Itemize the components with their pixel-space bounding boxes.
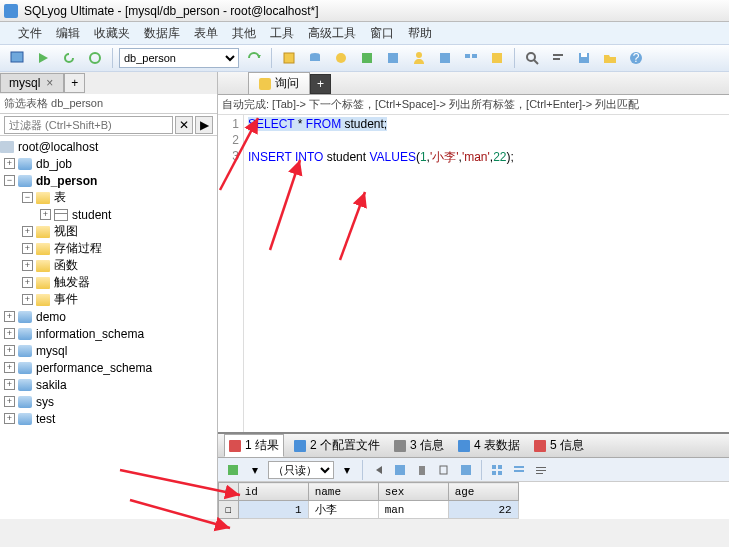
tree-folder-funcs[interactable]: +函数 (0, 257, 217, 274)
tree-db[interactable]: +sakila (0, 376, 217, 393)
query-builder-icon[interactable] (460, 47, 482, 69)
sync-icon[interactable] (278, 47, 300, 69)
execute-icon[interactable] (32, 47, 54, 69)
schedule-icon[interactable] (330, 47, 352, 69)
save-result-icon[interactable] (391, 461, 409, 479)
view-grid-icon[interactable] (488, 461, 506, 479)
schema-tree[interactable]: root@localhost +db_job −db_person −表 +st… (0, 136, 217, 519)
import-icon[interactable] (382, 47, 404, 69)
save-icon[interactable] (573, 47, 595, 69)
menu-help[interactable]: 帮助 (408, 25, 432, 42)
filter-input[interactable] (4, 116, 173, 134)
open-icon[interactable] (599, 47, 621, 69)
export-result-icon[interactable] (457, 461, 475, 479)
svg-rect-25 (419, 466, 425, 475)
svg-rect-20 (581, 53, 587, 57)
query-tab[interactable]: 询问 (248, 72, 310, 94)
menu-window[interactable]: 窗口 (370, 25, 394, 42)
result-tab-5[interactable]: 5 信息 (530, 435, 588, 456)
filter-apply-icon[interactable]: ▶ (195, 116, 213, 134)
edit-mode-select[interactable]: （只读） (268, 461, 334, 479)
database-select[interactable]: db_person (119, 48, 239, 68)
cell-age[interactable]: 22 (448, 501, 518, 519)
menu-favorites[interactable]: 收藏夹 (94, 25, 130, 42)
menu-tools[interactable]: 工具 (270, 25, 294, 42)
add-row-icon[interactable] (224, 461, 242, 479)
tree-folder-triggers[interactable]: +触发器 (0, 274, 217, 291)
help-icon[interactable]: ? (625, 47, 647, 69)
dropdown-icon[interactable]: ▾ (338, 461, 356, 479)
col-header-name[interactable]: name (308, 483, 378, 501)
cell-sex[interactable]: man (378, 501, 448, 519)
schema-designer-icon[interactable] (486, 47, 508, 69)
sql-editor[interactable]: 123 SELECT * FROM student; INSERT INTO s… (218, 115, 729, 432)
svg-rect-6 (310, 55, 320, 61)
export-icon[interactable] (356, 47, 378, 69)
svg-point-15 (527, 53, 535, 61)
tree-db[interactable]: +db_job (0, 155, 217, 172)
menu-file[interactable]: 文件 (18, 25, 42, 42)
refresh-db-icon[interactable] (84, 47, 106, 69)
cell-name[interactable]: 小李 (308, 501, 378, 519)
cell-id[interactable]: 1 (238, 501, 308, 519)
col-header-age[interactable]: age (448, 483, 518, 501)
toolbar-main: db_person ? (0, 44, 729, 72)
row-marker[interactable]: ☐ (219, 501, 239, 519)
tree-db[interactable]: +information_schema (0, 325, 217, 342)
tree-folder-events[interactable]: +事件 (0, 291, 217, 308)
view-text-icon[interactable] (532, 461, 550, 479)
backup-icon[interactable] (304, 47, 326, 69)
menu-database[interactable]: 数据库 (144, 25, 180, 42)
svg-rect-26 (440, 466, 447, 474)
tree-folder-procs[interactable]: +存储过程 (0, 240, 217, 257)
tree-db[interactable]: +mysql (0, 342, 217, 359)
svg-point-10 (416, 52, 422, 58)
col-header-id[interactable]: id (238, 483, 308, 501)
col-header-sex[interactable]: sex (378, 483, 448, 501)
tree-table-student[interactable]: +student (0, 206, 217, 223)
connection-tab[interactable]: mysql × (0, 73, 64, 93)
svg-rect-27 (461, 465, 471, 475)
add-query-tab[interactable]: + (310, 74, 331, 94)
tree-folder-tables[interactable]: −表 (0, 189, 217, 206)
view-form-icon[interactable] (510, 461, 528, 479)
result-tab-2[interactable]: 2 个配置文件 (290, 435, 384, 456)
tree-folder-views[interactable]: +视图 (0, 223, 217, 240)
refresh-schema-icon[interactable] (243, 47, 265, 69)
delete-row-icon[interactable] (413, 461, 431, 479)
menu-edit[interactable]: 编辑 (56, 25, 80, 42)
close-tab-icon[interactable]: × (44, 76, 55, 90)
tree-db-active[interactable]: −db_person (0, 172, 217, 189)
filter-clear-icon[interactable]: ✕ (175, 116, 193, 134)
tree-root[interactable]: root@localhost (0, 138, 217, 155)
menu-advanced[interactable]: 高级工具 (308, 25, 356, 42)
svg-rect-24 (395, 465, 405, 475)
format-icon[interactable] (547, 47, 569, 69)
result-tab-1[interactable]: 1 结果 (224, 434, 284, 457)
menu-table[interactable]: 表单 (194, 25, 218, 42)
row-marker-header[interactable]: ☐ (219, 483, 239, 501)
svg-rect-28 (492, 465, 496, 469)
menu-other[interactable]: 其他 (232, 25, 256, 42)
dropdown-icon[interactable]: ▾ (246, 461, 264, 479)
results-panel: 1 结果 2 个配置文件 3 信息 4 表数据 5 信息 ▾ （只读） ▾ (218, 432, 729, 519)
user-icon[interactable] (408, 47, 430, 69)
svg-rect-30 (492, 471, 496, 475)
first-icon[interactable] (369, 461, 387, 479)
tree-db[interactable]: +demo (0, 308, 217, 325)
grid-icon (229, 440, 241, 452)
result-grid[interactable]: ☐ id name sex age ☐ 1 小李 man 22 (218, 482, 729, 519)
table-row[interactable]: ☐ 1 小李 man 22 (219, 501, 519, 519)
result-tab-4[interactable]: 4 表数据 (454, 435, 524, 456)
find-icon[interactable] (521, 47, 543, 69)
tree-db[interactable]: +sys (0, 393, 217, 410)
new-connection-icon[interactable] (6, 47, 28, 69)
history-icon[interactable] (434, 47, 456, 69)
tree-db[interactable]: +test (0, 410, 217, 427)
tree-db[interactable]: +performance_schema (0, 359, 217, 376)
refresh-icon[interactable] (58, 47, 80, 69)
result-tab-3[interactable]: 3 信息 (390, 435, 448, 456)
svg-rect-14 (492, 53, 502, 63)
add-connection-tab[interactable]: + (64, 73, 85, 93)
copy-icon[interactable] (435, 461, 453, 479)
